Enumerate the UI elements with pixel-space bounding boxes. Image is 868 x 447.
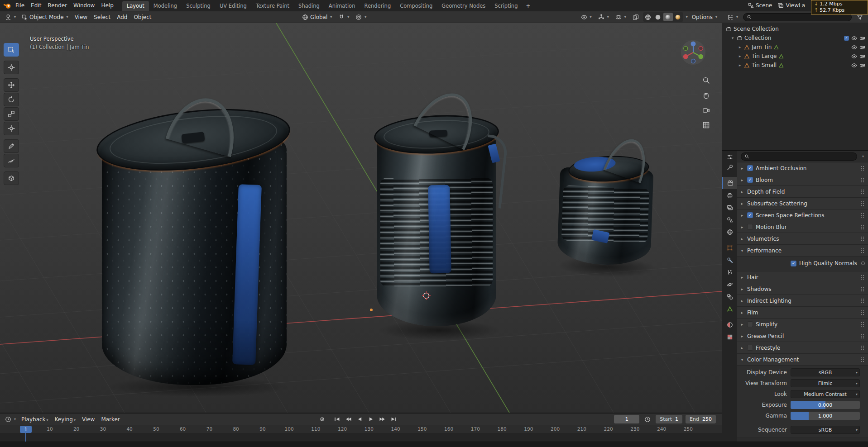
camera-small-icon[interactable] <box>859 35 865 41</box>
preview-range-button[interactable] <box>643 415 652 424</box>
editor-type-button[interactable]: ▾ <box>3 13 18 21</box>
panel-ambient-occlusion[interactable]: ▸✓Ambient Occlusion <box>737 162 868 174</box>
timeline-ruler[interactable]: 1020304050607080901001101201301401501601… <box>0 425 722 442</box>
camera-small-icon[interactable] <box>859 62 865 68</box>
sequencer-select[interactable]: sRGB▾ <box>791 426 860 434</box>
properties-tab-modifiers[interactable] <box>722 254 737 266</box>
options-dropdown[interactable]: Options▾ <box>690 13 719 21</box>
simplify-checkbox[interactable] <box>747 321 753 327</box>
panel-film[interactable]: ▸Film <box>737 307 868 319</box>
workspace-tab-texture-paint[interactable]: Texture Paint <box>251 1 294 11</box>
object-tin-small[interactable] <box>551 152 664 274</box>
panel-volumetrics[interactable]: ▸Volumetrics <box>737 233 868 245</box>
proportional-editing-toggle[interactable]: ▾ <box>353 13 369 21</box>
play-button[interactable] <box>366 415 376 424</box>
properties-tab-output[interactable] <box>722 189 737 201</box>
current-frame-field[interactable]: 1 <box>614 415 639 423</box>
motion-blur-checkbox[interactable] <box>747 224 753 230</box>
viewport-menu-add[interactable]: Add <box>114 13 130 21</box>
disclosure-triangle[interactable]: ▸ <box>738 45 742 49</box>
shading-rendered-button[interactable] <box>673 13 683 21</box>
tool-rotate[interactable] <box>4 93 19 106</box>
collection-exclude-checkbox[interactable]: ✓ <box>844 36 849 41</box>
menu-help[interactable]: Help <box>98 1 116 10</box>
toggle-xray-button[interactable] <box>630 13 641 21</box>
workspace-tab-animation[interactable]: Animation <box>324 1 360 11</box>
timeline-menu-playback[interactable]: Playback▾ <box>18 415 52 423</box>
prev-keyframe-button[interactable] <box>343 415 353 424</box>
viewport-menu-view[interactable]: View <box>72 13 91 21</box>
outliner-row-collection[interactable]: ▾Collection✓ <box>722 33 868 43</box>
tool-move[interactable] <box>4 78 19 92</box>
auto-keying-button[interactable] <box>317 415 327 424</box>
cursor-3d[interactable] <box>422 291 431 300</box>
panel-screen-space-reflections[interactable]: ▸✓Screen Space Reflections <box>737 209 868 221</box>
editor-type-button[interactable] <box>726 153 734 161</box>
tool-select-box[interactable] <box>4 43 19 57</box>
show-overlays-button[interactable]: ▾ <box>613 13 628 21</box>
navigation-gizmo[interactable] <box>680 39 706 66</box>
panel-bloom[interactable]: ▸✓Bloom <box>737 174 868 186</box>
camera-small-icon[interactable] <box>859 53 865 59</box>
display-device-select[interactable]: sRGB▾ <box>791 368 860 376</box>
bloom-checkbox[interactable]: ✓ <box>747 177 753 183</box>
ambient-occlusion-checkbox[interactable]: ✓ <box>747 165 753 171</box>
properties-tab-texture[interactable] <box>722 331 737 343</box>
eye-icon[interactable] <box>851 62 857 68</box>
properties-tab-scene[interactable] <box>722 214 737 226</box>
viewport-canvas[interactable]: User Perspective (1) Collection | Jam Ti… <box>0 23 722 413</box>
eye-icon[interactable] <box>851 44 857 50</box>
menu-file[interactable]: File <box>12 1 28 10</box>
workspace-tab-scripting[interactable]: Scripting <box>490 1 522 11</box>
mode-selector[interactable]: Object Mode▾ <box>19 13 71 21</box>
camera-view-button[interactable] <box>702 106 710 115</box>
panel-simplify[interactable]: ▸Simplify <box>737 319 868 330</box>
panel-performance[interactable]: ▾Performance <box>737 245 868 257</box>
eye-icon[interactable] <box>851 53 857 59</box>
timeline-menu-keying[interactable]: Keying▾ <box>52 415 79 423</box>
tool-cursor[interactable] <box>4 61 19 74</box>
blender-logo-icon[interactable] <box>4 2 11 10</box>
playhead[interactable]: 1 <box>20 426 32 433</box>
tool-annotate[interactable] <box>4 139 19 153</box>
properties-tab-tool[interactable] <box>722 161 737 173</box>
workspace-tab-rendering[interactable]: Rendering <box>360 1 395 11</box>
snap-toggle[interactable]: ▾ <box>336 13 351 21</box>
tool-measure[interactable] <box>4 154 19 167</box>
workspace-tab-uv-editing[interactable]: UV Editing <box>215 1 251 11</box>
camera-small-icon[interactable] <box>859 44 865 50</box>
panel-hair[interactable]: ▸Hair <box>737 271 868 283</box>
workspace-tab-sculpting[interactable]: Sculpting <box>182 1 215 11</box>
viewport-menu-object[interactable]: Object <box>130 13 154 21</box>
properties-tab-object[interactable] <box>722 242 737 254</box>
workspace-tab-layout[interactable]: Layout <box>122 1 149 11</box>
zoom-button[interactable] <box>702 76 710 86</box>
transform-orientation-selector[interactable]: Global▾ <box>300 13 334 21</box>
eye-icon[interactable] <box>851 35 857 41</box>
tool-add-cube[interactable] <box>4 171 19 185</box>
outliner-row-tin-small[interactable]: ▸Tin Small <box>722 61 868 70</box>
editor-type-button[interactable]: ▾ <box>3 415 18 423</box>
menu-window[interactable]: Window <box>70 1 98 10</box>
properties-tab-constraints[interactable] <box>722 290 737 303</box>
disclosure-triangle[interactable]: ▸ <box>738 54 742 58</box>
workspace-tab-modeling[interactable]: Modeling <box>149 1 182 11</box>
properties-tab-view-layer[interactable] <box>722 201 737 214</box>
properties-tab-material[interactable] <box>722 319 737 331</box>
outliner-row-scene-collection[interactable]: Scene Collection <box>722 24 868 33</box>
view-transform-select[interactable]: Filmic▾ <box>791 379 860 387</box>
properties-tab-render[interactable] <box>722 177 737 189</box>
object-type-visibility-button[interactable]: ▾ <box>579 13 594 21</box>
play-reverse-button[interactable] <box>355 415 364 424</box>
toggle-ortho-button[interactable] <box>702 121 710 130</box>
view-layer-selector[interactable]: ViewLa <box>775 1 807 10</box>
high-quality-normals-checkbox[interactable]: ✓ <box>791 261 796 266</box>
outliner-row-jam-tin[interactable]: ▸Jam Tin <box>722 43 868 52</box>
add-workspace-button[interactable]: + <box>522 1 534 11</box>
workspace-tab-compositing[interactable]: Compositing <box>395 1 437 11</box>
tool-transform[interactable] <box>4 122 19 135</box>
timeline-menu-view[interactable]: View <box>79 415 98 423</box>
panel-color-management[interactable]: ▾Color Management <box>737 354 868 366</box>
jump-end-button[interactable] <box>388 415 398 424</box>
panel-grease-pencil[interactable]: ▸Grease Pencil <box>737 330 868 342</box>
